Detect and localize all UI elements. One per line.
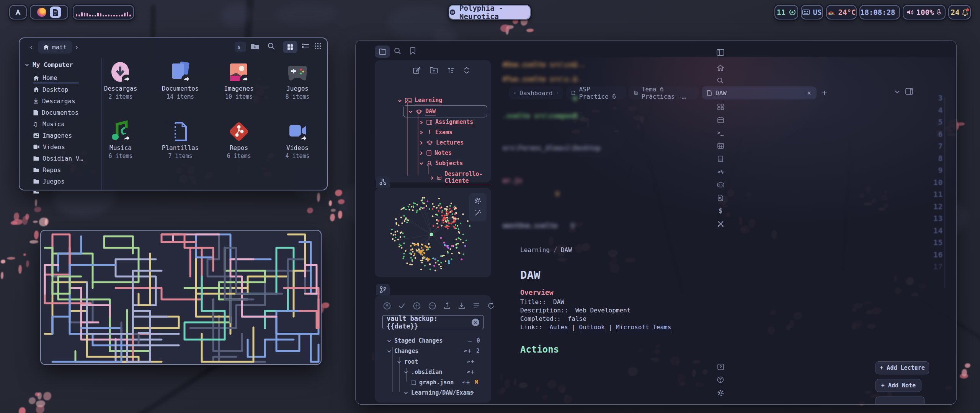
graph-node[interactable] (422, 208, 423, 209)
exams-controls[interactable]: ↶+ (467, 389, 475, 396)
refresh-icon[interactable] (487, 302, 495, 309)
sidebar-item-obsidian-vault[interactable]: Obsidian V… (33, 154, 83, 163)
sidebar-item-desktop[interactable]: Desktop (33, 85, 68, 94)
graph-node[interactable] (446, 211, 448, 213)
tree-item-desarrollo-cliente[interactable]: Desarrollo-Cliente (430, 171, 491, 185)
grid-item-imagenes[interactable]: Imagenes 10 items (210, 61, 268, 100)
graph-node[interactable] (430, 233, 433, 236)
root-controls[interactable]: ↶+ (467, 358, 475, 365)
graph-node[interactable] (440, 262, 442, 263)
graph-node[interactable] (440, 266, 441, 267)
graph-node[interactable] (415, 257, 416, 259)
graph-node[interactable] (455, 224, 456, 226)
graph-node[interactable] (421, 247, 423, 249)
graph-node[interactable] (456, 247, 457, 249)
graph-node[interactable] (429, 208, 430, 210)
grid-item-plantillas[interactable]: Plantillas 7 items (152, 120, 209, 159)
graph-node[interactable] (433, 206, 435, 207)
sort-icon[interactable] (447, 67, 454, 74)
compact-view-button[interactable] (315, 43, 321, 49)
graph-node[interactable] (420, 206, 422, 208)
graph-node[interactable] (400, 236, 401, 238)
collapse-all-icon[interactable] (463, 67, 470, 74)
graph-node[interactable] (451, 210, 453, 212)
graph-node[interactable] (461, 259, 462, 260)
sidebar-item-musica[interactable]: ♫ Musica (33, 119, 65, 128)
graph-json-controls[interactable]: ↶+ M (462, 379, 479, 386)
new-folder-button[interactable] (251, 43, 259, 50)
graph-node[interactable] (443, 255, 444, 256)
graph-node[interactable] (394, 240, 395, 241)
unstage-all-icon[interactable] (428, 302, 436, 310)
graph-node[interactable] (413, 205, 414, 207)
graph-node[interactable] (443, 217, 446, 220)
settings-gear-icon[interactable] (715, 388, 725, 398)
graph-node[interactable] (462, 242, 464, 243)
graph-node[interactable] (432, 257, 434, 259)
grid-view-button[interactable] (283, 41, 297, 53)
graph-node[interactable] (425, 245, 426, 247)
graph-node[interactable] (451, 259, 452, 260)
graph-node[interactable] (424, 252, 426, 254)
staged-controls[interactable]: — 0 (468, 337, 481, 344)
sidebar-group-my-computer[interactable]: My Computer (25, 60, 73, 69)
graph-node[interactable] (441, 215, 443, 217)
graph-node[interactable] (448, 223, 450, 224)
graph-node[interactable] (446, 208, 448, 210)
commit-message-input[interactable]: vault backup: {{date}} × (382, 315, 483, 329)
graph-node[interactable] (401, 223, 403, 224)
git-tab[interactable] (376, 284, 390, 295)
graph-node[interactable] (423, 197, 425, 198)
graph-node[interactable] (453, 221, 455, 223)
graph-node[interactable] (421, 254, 423, 256)
tab-file-explorer[interactable] (375, 46, 390, 58)
graph-node[interactable] (418, 250, 421, 254)
graph-node[interactable] (455, 207, 457, 209)
graph-node[interactable] (444, 226, 446, 228)
graph-node[interactable] (422, 197, 423, 198)
graph-settings-button[interactable] (474, 197, 482, 205)
vault-switcher-icon[interactable] (715, 362, 725, 372)
tree-item-learning[interactable]: Learning (398, 97, 442, 104)
changes-controls[interactable]: ↶+ 2 (464, 348, 480, 354)
graph-node[interactable] (403, 215, 405, 216)
graph-node[interactable] (438, 210, 439, 212)
graph-node[interactable] (411, 206, 412, 207)
graph-node[interactable] (441, 225, 443, 227)
graph-node[interactable] (458, 238, 460, 239)
graph-node[interactable] (422, 260, 423, 261)
graph-node[interactable] (448, 262, 450, 264)
graph-node[interactable] (437, 226, 439, 228)
graph-node[interactable] (421, 244, 423, 246)
graph-node[interactable] (409, 263, 411, 265)
graph-node[interactable] (457, 225, 458, 226)
graph-node[interactable] (453, 207, 455, 209)
git-obsidian-row[interactable]: .obsidian (404, 369, 442, 376)
graph-node[interactable] (463, 254, 464, 255)
graph-node[interactable] (458, 252, 459, 253)
back-button[interactable]: ‹ (26, 42, 36, 52)
sidebar-item-juegos[interactable]: Juegos (33, 177, 65, 186)
git-graph-json-row[interactable]: graph.json (412, 379, 454, 386)
new-note-icon[interactable] (413, 67, 421, 75)
graph-node[interactable] (423, 207, 425, 208)
graph-node[interactable] (410, 257, 412, 259)
graph-node[interactable] (407, 206, 409, 207)
help-icon[interactable] (715, 375, 725, 385)
clear-message-button[interactable]: × (472, 319, 479, 326)
graph-node[interactable] (451, 213, 453, 215)
graph-node[interactable] (395, 218, 397, 220)
graph-node[interactable] (413, 243, 415, 245)
graph-node[interactable] (406, 219, 408, 221)
graph-node[interactable] (432, 203, 433, 205)
graph-node[interactable] (402, 233, 403, 234)
note-breadcrumb[interactable]: Learning / DAW (520, 246, 572, 254)
graph-node[interactable] (462, 234, 464, 235)
left-sidebar-toggle[interactable] (715, 47, 725, 57)
stage-all-icon[interactable] (413, 302, 421, 310)
open-terminal-button[interactable]: $_ (235, 42, 246, 52)
graph-node[interactable] (448, 260, 450, 262)
tree-item-exams[interactable]: ! Exams (419, 129, 452, 136)
sidebar-item-imagenes[interactable]: Imagenes (33, 131, 72, 140)
graph-node[interactable] (403, 236, 405, 237)
